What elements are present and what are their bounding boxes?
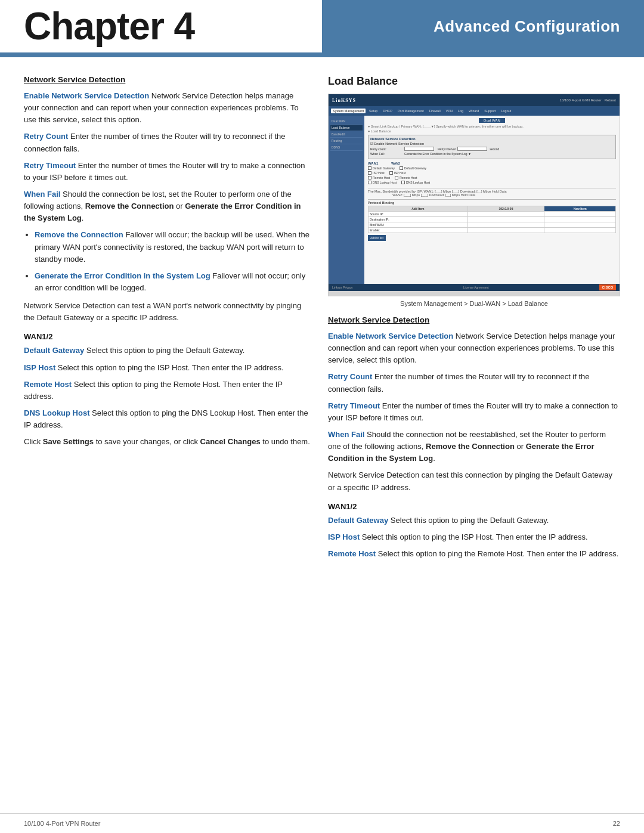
right-para1: Enable Network Service Detection Network… [328,330,620,366]
nav-dhcp[interactable]: DHCP [381,109,394,113]
left-wan-heading: WAN1/2 [24,332,310,341]
router-ui-header: LinKSYS 10/100 4-port GVN Router Reboot [329,94,620,106]
left-wan-para2: ISP Host Select this option to ping the … [24,362,310,374]
term-remote-host-right: Remote Host [328,549,376,558]
term-dns-lookup-left: DNS Lookup Host [24,408,90,417]
chapter-title: Chapter 4 [24,4,194,48]
sidebar-bandwidth[interactable]: Bandwidth [330,131,363,138]
nav-vpn[interactable]: VPN [444,109,454,113]
term-isp-host-left: ISP Host [24,363,55,372]
header-right: Advanced Configuration [322,0,644,52]
term-when-fail-left: When Fail [24,190,60,199]
header-left: Chapter 4 [0,0,322,52]
right-column: Load Balance LinKSYS 10/100 4-port GVN R… [328,75,620,565]
right-wan-heading: WAN1/2 [328,502,620,511]
right-wan-para1: Default Gateway Select this option to pi… [328,515,620,527]
page-footer: 10/100 4-Port VPN Router 22 [0,813,644,833]
left-para3: Retry Timeout Enter the number of times … [24,160,310,184]
right-para5: Network Service Detection can test this … [328,469,620,493]
nav-port[interactable]: Port Management [396,109,426,113]
sidebar-ddns[interactable]: DDNS [330,144,363,151]
load-balance-heading: Load Balance [328,75,620,88]
nav-firewall[interactable]: Firewall [428,109,442,113]
router-body: Dual WAN Load Balance Bandwidth Routing … [329,116,620,284]
term-retry-timeout-left: Retry Timeout [24,161,76,170]
left-section-heading: Network Service Detection [24,75,310,84]
divider-bar [0,52,644,57]
term-when-fail-right: When Fail [328,430,364,439]
term-retry-timeout-right: Retry Timeout [328,401,380,410]
nav-support[interactable]: Support [482,109,497,113]
cancel-changes-label: Cancel Changes [200,437,261,446]
right-para3: Retry Timeout Enter the number of times … [328,400,620,424]
router-add-button[interactable]: Add to list [368,235,386,241]
term-default-gateway-left: Default Gateway [24,346,84,355]
bullet-list-left: Remove the Connection Failover will occu… [35,229,310,294]
list-item: Generate the Error Condition in the Syst… [35,270,310,294]
router-sidebar: Dual WAN Load Balance Bandwidth Routing … [329,116,364,284]
term-retry-count-left: Retry Count [24,132,68,141]
router-header-info: 10/100 4-port GVN Router Reboot [560,98,616,102]
right-wan-para3: Remote Host Select this option to ping t… [328,548,620,560]
main-content: Network Service Detection Enable Network… [0,57,644,583]
term-default-gateway-right: Default Gateway [328,516,388,525]
footer-left: 10/100 4-Port VPN Router [24,820,100,827]
left-para2: Retry Count Enter the number of times th… [24,131,310,154]
term-enable-nsd-left: Enable Network Service Detection [24,91,149,100]
page-subtitle: Advanced Configuration [434,17,620,36]
left-wan-para4: DNS Lookup Host Select this option to pi… [24,407,310,431]
nav-wizard[interactable]: Wizard [467,109,481,113]
left-para5: Network Service Detection can test a WAN… [24,300,310,324]
nav-system[interactable]: System Management [331,109,366,113]
screenshot-caption: System Management > Dual-WAN > Load Bala… [328,300,620,307]
term-remove-connection: Remove the Connection [35,230,123,239]
save-settings-label: Save Settings [43,437,94,446]
footer-right: 22 [613,820,620,827]
nav-log[interactable]: Log [456,109,465,113]
list-item: Remove the Connection Failover will occu… [35,229,310,265]
nav-logout[interactable]: Logout [500,109,513,113]
router-ui-mockup: LinKSYS 10/100 4-port GVN Router Reboot … [329,94,620,296]
router-logo: LinKSYS [332,98,356,103]
sidebar-dual-wan[interactable]: Dual WAN [330,118,363,125]
term-remote-host-left: Remote Host [24,380,72,389]
term-isp-host-right: ISP Host [328,532,360,541]
router-nav: System Management Setup DHCP Port Manage… [329,106,620,116]
right-para2: Retry Count Enter the number of times th… [328,371,620,395]
sidebar-load-balance[interactable]: Load Balance [330,125,363,131]
right-para4: When Fail Should the connection not be r… [328,429,620,465]
term-retry-count-right: Retry Count [328,372,372,381]
left-wan-para1: Default Gateway Select this option to pi… [24,345,310,357]
nav-setup[interactable]: Setup [367,109,379,113]
sidebar-routing[interactable]: Routing [330,138,363,144]
page-header: Chapter 4 Advanced Configuration [0,0,644,52]
right-section-heading: Network Service Detection [328,315,620,324]
left-para4: When Fail Should the connection be lost,… [24,188,310,224]
router-main-panel: Dual WAN ● Smart Link Backup / Primary W… [364,116,620,284]
router-screenshot: LinKSYS 10/100 4-port GVN Router Reboot … [328,94,620,296]
left-column: Network Service Detection Enable Network… [24,75,310,565]
left-para1: Enable Network Service Detection Network… [24,90,310,126]
term-enable-nsd-right: Enable Network Service Detection [328,332,453,340]
left-save-text: Click Save Settings to save your changes… [24,436,310,448]
term-generate-error: Generate the Error Condition in the Syst… [35,271,210,280]
right-wan-para2: ISP Host Select this option to ping the … [328,531,620,543]
left-wan-para3: Remote Host Select this option to ping t… [24,379,310,402]
